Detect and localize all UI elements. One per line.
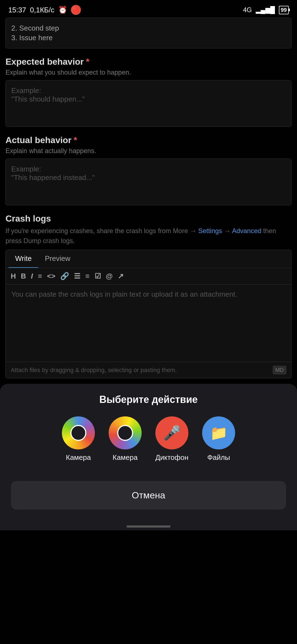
action-microphone[interactable]: Диктофон — [155, 416, 188, 462]
camera2-icon — [109, 416, 142, 449]
bottom-sheet-title: Выберите действие — [8, 394, 289, 405]
expected-behavior-subtitle: Explain what you should expect to happen… — [6, 69, 292, 76]
notification-icon: 🔴 — [71, 5, 81, 15]
tab-preview[interactable]: Preview — [38, 250, 77, 268]
actual-required-star: * — [74, 135, 77, 145]
attach-files-hint: Attach files by dragging & dropping, sel… — [11, 367, 177, 374]
editor-tabs: Write Preview — [6, 250, 291, 268]
expected-behavior-title: Expected behavior * — [6, 57, 292, 67]
bottom-sheet: Выберите действие Камера Камера Диктофон… — [0, 384, 297, 520]
microphone-icon — [155, 416, 188, 449]
home-indicator — [0, 520, 297, 530]
status-right: 4G ▂▄▆█ 99 — [243, 6, 289, 14]
camera2-label: Камера — [113, 453, 138, 462]
alarm-icon: ⏰ — [58, 6, 67, 14]
signal-label: 4G — [243, 6, 252, 14]
action-camera2[interactable]: Камера — [109, 416, 142, 462]
camera1-icon — [62, 416, 95, 449]
crash-logs-title: Crash logs — [6, 214, 292, 224]
actual-behavior-textarea[interactable]: Example: "This happened instead..." — [6, 159, 292, 205]
actual-placeholder-label: Example: — [11, 165, 286, 173]
main-content: 2. Second step 3. Issue here Expected be… — [0, 18, 297, 378]
crash-logs-textarea[interactable]: You can paste the crash logs in plain te… — [6, 285, 291, 362]
status-left: 15:37 0,1КБ/с ⏰ 🔴 — [8, 5, 81, 15]
cancel-button[interactable]: Отмена — [11, 481, 286, 509]
step2-text: 2. Second step — [11, 24, 286, 32]
toolbar-italic[interactable]: I — [31, 272, 33, 280]
action-icons-row: Камера Камера Диктофон Файлы — [8, 416, 289, 462]
actual-behavior-section: Actual behavior * Explain what actually … — [6, 135, 292, 205]
expected-placeholder-value: "This should happen..." — [11, 95, 286, 103]
actual-behavior-subtitle: Explain what actually happens. — [6, 147, 292, 155]
toolbar-reference[interactable]: ↗ — [118, 272, 124, 280]
cancel-button-wrapper: Отмена — [8, 481, 289, 509]
expected-behavior-section: Expected behavior * Explain what you sho… — [6, 57, 292, 127]
signal-bars-icon: ▂▄▆█ — [256, 6, 275, 14]
steps-box: 2. Second step 3. Issue here — [6, 18, 292, 48]
camera1-label: Камера — [66, 453, 91, 462]
toolbar-task-list[interactable]: ☑ — [95, 272, 101, 280]
actual-behavior-title: Actual behavior * — [6, 135, 292, 145]
action-camera1[interactable]: Камера — [62, 416, 95, 462]
toolbar-code[interactable]: <> — [47, 272, 55, 280]
files-label: Файлы — [207, 453, 230, 462]
microphone-label: Диктофон — [155, 453, 188, 462]
toolbar-quote[interactable]: ≡ — [38, 272, 42, 280]
crash-logs-editor: Write Preview H B I ≡ <> 🔗 ☰ ≡ ☑ @ ↗ You… — [6, 250, 292, 378]
toolbar-heading[interactable]: H — [11, 272, 16, 280]
status-bar: 15:37 0,1КБ/с ⏰ 🔴 4G ▂▄▆█ 99 — [0, 0, 297, 18]
time: 15:37 — [8, 6, 26, 14]
crash-logs-description: If you're experiencing crashes, share th… — [6, 226, 292, 246]
action-files[interactable]: Файлы — [202, 416, 235, 462]
expected-behavior-textarea[interactable]: Example: "This should happen..." — [6, 80, 292, 127]
editor-footer: Attach files by dragging & dropping, sel… — [6, 362, 291, 378]
toolbar-link[interactable]: 🔗 — [60, 272, 69, 280]
markdown-badge: MD — [273, 366, 286, 374]
toolbar-ordered-list[interactable]: ≡ — [85, 272, 89, 280]
expected-required-star: * — [86, 57, 89, 67]
step3-text: 3. Issue here — [11, 34, 286, 42]
files-icon — [202, 416, 235, 449]
toolbar-bold[interactable]: B — [21, 272, 26, 280]
battery-icon: 99 — [279, 6, 289, 14]
home-bar — [127, 525, 170, 528]
tab-write[interactable]: Write — [9, 250, 38, 268]
expected-placeholder-label: Example: — [11, 86, 286, 95]
crash-logs-section: Crash logs If you're experiencing crashe… — [6, 214, 292, 378]
toolbar-mention[interactable]: @ — [106, 272, 113, 280]
toolbar-unordered-list[interactable]: ☰ — [74, 272, 80, 280]
editor-toolbar: H B I ≡ <> 🔗 ☰ ≡ ☑ @ ↗ — [6, 268, 291, 285]
actual-placeholder-value: "This happened instead..." — [11, 173, 286, 182]
network-speed: 0,1КБ/с — [30, 6, 54, 14]
